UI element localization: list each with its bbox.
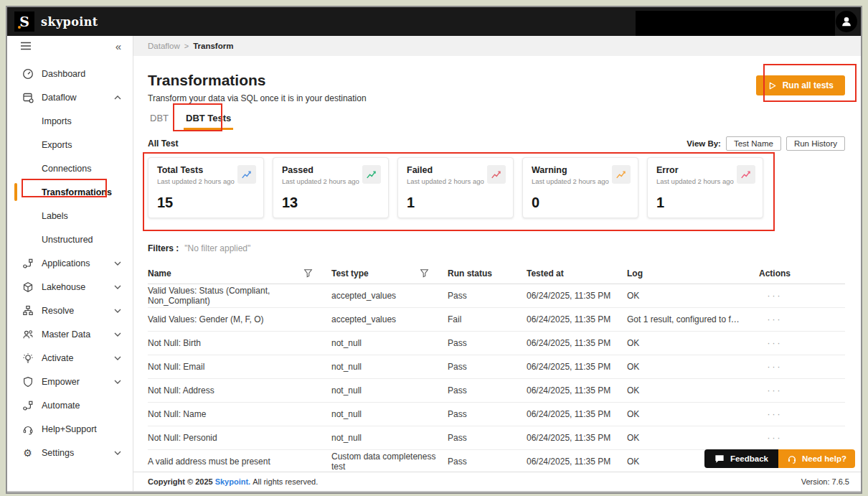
play-icon [768, 81, 777, 90]
col-header-run-status: Run status [448, 268, 527, 279]
sidebar-item-activate[interactable]: Activate [7, 346, 133, 370]
chevron-up-icon[interactable] [114, 95, 121, 100]
sidebar-item-label: Exports [42, 140, 72, 150]
cell-tested-at: 06/24/2025, 11:35 PM [527, 291, 627, 301]
logo-orange-dot [18, 26, 21, 29]
row-actions-menu-icon[interactable]: ··· [768, 291, 783, 301]
sidebar-item-resolve[interactable]: Resolve [7, 299, 133, 322]
main-panel: Dataflow > Transform Transformations Tra… [133, 36, 861, 491]
collapse-sidebar-icon[interactable]: « [115, 40, 121, 52]
table-row[interactable]: Valid Values: Gender (M, F, O) accepted_… [148, 308, 845, 332]
sidebar-item-exports[interactable]: Exports [7, 133, 133, 156]
card-value: 13 [282, 195, 298, 211]
sidebar-item-empower[interactable]: Empower [7, 370, 133, 393]
cell-log: OK [627, 409, 747, 419]
sidebar-item-label: Master Data [42, 329, 90, 340]
hamburger-menu-icon[interactable] [20, 42, 32, 50]
chevron-down-icon[interactable] [114, 451, 121, 455]
cell-run-status: Fail [448, 314, 527, 324]
run-all-tests-label: Run all tests [783, 80, 834, 90]
table-row[interactable]: Not Null: Personid not_null Pass 06/24/2… [148, 426, 845, 450]
table-row[interactable]: Not Null: Name not_null Pass 06/24/2025,… [148, 403, 845, 426]
filter-funnel-icon[interactable] [303, 268, 313, 278]
row-actions-menu-icon[interactable]: ··· [768, 362, 783, 372]
dataflow-icon [22, 91, 34, 103]
cell-test-type: not_null [331, 362, 448, 372]
cell-tested-at: 06/24/2025, 11:35 PM [527, 362, 627, 372]
chevron-down-icon[interactable] [114, 356, 121, 360]
sidebar-item-label: Lakehouse [42, 282, 85, 292]
headset-icon [22, 423, 34, 435]
cell-test-type: accepted_values [331, 291, 448, 301]
cell-log: OK [627, 385, 747, 396]
table-row[interactable]: Not Null: Address not_null Pass 06/24/20… [148, 379, 845, 403]
cell-test-type: accepted_values [331, 314, 448, 324]
tab-bar: DBT DBT Tests [148, 110, 845, 130]
horizontal-scrollbar[interactable] [7, 491, 861, 494]
tab-dbt[interactable]: DBT [148, 110, 171, 130]
cell-run-status: Pass [448, 433, 527, 443]
sidebar-item-transformations[interactable]: Transformations [7, 180, 133, 204]
view-by-run-history-button[interactable]: Run History [786, 136, 845, 151]
sidebar-nav: Dashboard Dataflow Imports Exports [7, 56, 133, 464]
sidebar-item-label: Applications [42, 258, 90, 268]
cell-name: Not Null: Address [148, 385, 331, 396]
sidebar-item-help-support[interactable]: Help+Support [7, 417, 133, 441]
tests-table: Name Test type Run status Tes [148, 263, 845, 472]
cell-test-type: not_null [331, 338, 448, 348]
sidebar-item-applications[interactable]: Applications [7, 251, 133, 275]
cell-tested-at: 06/24/2025, 11:35 PM [527, 314, 627, 324]
chevron-down-icon[interactable] [114, 332, 121, 337]
chevron-down-icon[interactable] [114, 285, 121, 289]
sidebar-item-imports[interactable]: Imports [7, 109, 133, 133]
tab-dbt-tests[interactable]: DBT Tests [184, 110, 233, 130]
trend-chart-icon [237, 165, 256, 184]
sidebar-item-automate[interactable]: Automate [7, 393, 133, 417]
cell-tested-at: 06/24/2025, 11:35 PM [527, 433, 627, 443]
need-help-button[interactable]: Need help? [778, 449, 855, 468]
sidebar: « Dashboard Dataflow [7, 36, 133, 491]
cell-name: Not Null: Email [148, 362, 331, 372]
topbar: S skypoint [7, 7, 861, 36]
breadcrumb-parent[interactable]: Dataflow [148, 42, 180, 50]
skypoint-logo-icon[interactable]: S [14, 11, 34, 32]
row-actions-menu-icon[interactable]: ··· [768, 338, 783, 348]
sidebar-item-dashboard[interactable]: Dashboard [7, 62, 133, 85]
row-actions-menu-icon[interactable]: ··· [768, 433, 783, 443]
cell-run-status: Pass [448, 291, 527, 301]
automate-icon [22, 399, 34, 411]
chevron-down-icon[interactable] [114, 261, 121, 266]
filters-value: "No filter applied" [184, 243, 250, 253]
skypoint-link[interactable]: Skypoint. [215, 477, 251, 486]
filter-funnel-icon[interactable] [420, 268, 429, 278]
sidebar-item-label: Settings [42, 448, 74, 458]
footer: Copyright © 2025 Skypoint. All rights re… [133, 472, 861, 491]
chevron-down-icon[interactable] [114, 309, 121, 313]
stat-card-failed: Failed Last updated 2 hours ago 1 [397, 157, 514, 218]
table-row[interactable]: Not Null: Email not_null Pass 06/24/2025… [148, 355, 845, 379]
table-row[interactable]: Valid Values: Status (Compliant, Non_Com… [148, 284, 845, 308]
all-test-label: All Test [148, 139, 178, 149]
sidebar-item-lakehouse[interactable]: Lakehouse [7, 275, 133, 299]
row-actions-menu-icon[interactable]: ··· [768, 409, 783, 419]
user-avatar[interactable] [836, 11, 857, 32]
chevron-down-icon[interactable] [114, 380, 121, 384]
sidebar-item-connections[interactable]: Connections [7, 156, 133, 180]
sidebar-item-settings[interactable]: ⚙ Settings [7, 441, 133, 464]
row-actions-menu-icon[interactable]: ··· [768, 314, 783, 324]
settings-gear-icon: ⚙ [22, 446, 34, 459]
view-by-test-name-button[interactable]: Test Name [726, 136, 781, 151]
resolve-icon [22, 304, 34, 317]
trend-chart-icon [362, 165, 381, 184]
cell-test-type: not_null [331, 409, 448, 419]
row-actions-menu-icon[interactable]: ··· [768, 385, 783, 396]
sidebar-item-unstructured[interactable]: Unstructured [7, 228, 133, 251]
sidebar-item-labels[interactable]: Labels [7, 204, 133, 228]
table-row[interactable]: Not Null: Birth not_null Pass 06/24/2025… [148, 332, 845, 355]
sidebar-item-dataflow[interactable]: Dataflow [7, 85, 133, 109]
sidebar-item-master-data[interactable]: Master Data [7, 322, 133, 346]
cell-name: Not Null: Name [148, 409, 331, 419]
feedback-button[interactable]: Feedback [704, 449, 778, 468]
run-all-tests-button[interactable]: Run all tests [756, 75, 845, 95]
cell-test-type: not_null [331, 433, 448, 443]
